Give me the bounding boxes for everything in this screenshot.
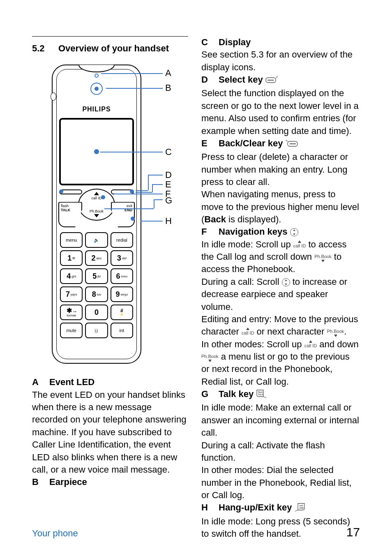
key-2: 2abc [85,250,108,266]
item-f-p2: During a call: Scroll to increase or dec… [201,276,360,313]
svg-text:TALK: TALK [258,393,263,396]
item-g-p1: In idle mode: Make an external call or a… [201,402,360,439]
key-7: 7pqrs [60,286,83,302]
item-f-p4: In other modes: Scroll up call ID and do… [201,338,360,388]
item-g-p2: During a call: Activate the flash functi… [201,439,360,464]
handset-outline: PHILIPS call ID Ph.Book flash T [52,65,141,364]
callout-h: H [165,216,172,226]
tape-key: ⌼ [85,323,108,338]
section-title: Overview of your handset [58,43,169,54]
right-column: CDisplay See section 5.3 for an overview… [201,36,360,540]
key-8: 8tuv [85,286,108,302]
back-clear-key-icon [286,138,298,151]
key-9: 9wxyz [111,286,133,302]
talk-key-icon: flashTALK [256,389,267,402]
item-c-body: See section 5.3 for an overview of the d… [201,48,360,74]
key-hash: #⚡ [111,305,133,320]
earpiece-icon [90,83,103,95]
item-f-p3: Editing and entry: Move to the previous … [201,313,360,338]
key-4: 4ghi [60,268,83,284]
int-key: int [111,323,133,338]
item-h-heading: HHang-up/Exit key exitEND [201,501,360,515]
callout-a: A [165,68,171,78]
item-e-body1: Press to clear (delete) a character or n… [201,151,360,188]
scroll-down-icon: Ph.Book [327,329,344,337]
page-footer: Your phone 17 [32,525,360,539]
item-d-heading: DSelect key [201,74,360,87]
item-g-p3: In other modes: Dial the selected number… [201,464,360,501]
callout-g: G [165,195,172,206]
svg-line-3 [286,140,288,141]
key-1: 1✉ [60,250,83,266]
event-led-icon [95,74,99,78]
menu-key: menu [60,232,83,248]
speaker-key: 🔈 [85,232,108,248]
item-e-body2: When navigating menus, press to move to … [201,188,360,226]
item-a-heading: AEvent LED [32,376,188,388]
scroll-up-icon: call ID [304,340,317,348]
callout-c: C [165,147,172,157]
key-0: 0 [85,305,108,320]
item-a-body: The event LED on your handset blinks whe… [32,389,188,476]
svg-line-9 [295,510,298,511]
select-key-icon [265,75,278,87]
key-3: 3def [111,250,133,266]
footer-label: Your phone [32,528,78,539]
item-g-heading: GTalk key flashTALK [201,388,360,402]
brand-label: PHILIPS [53,106,141,113]
item-f-heading: FNavigation keys [201,226,360,238]
svg-line-2 [276,76,278,78]
scroll-up-icon: call ID [242,328,254,335]
softkey-left-icon [59,189,82,194]
callout-b: B [165,83,171,93]
keypad: menu 🔈 redial 1✉ 2abc 3def 4ghi 5jkl 6mn… [60,232,133,338]
svg-text:END: END [300,507,304,509]
handset-diagram: PHILIPS call ID Ph.Book flash T [40,60,180,368]
item-f-p1: In idle mode: Scroll up call ID to acces… [201,238,360,276]
nav-keys-icon [282,278,290,286]
section-heading: 5.2 Overview of your handset [32,43,188,54]
redial-key: redial [111,232,133,248]
section-rule [32,36,188,37]
scroll-up-icon: call ID [293,240,306,248]
item-e-heading: EBack/Clear key [201,137,360,151]
item-d-body: Select the function displayed on the scr… [201,87,360,137]
scroll-down-icon: Ph.Book [201,354,219,362]
navpad-icon: call ID Ph.Book [78,189,115,221]
nav-keys-icon [290,228,298,236]
scroll-down-icon: Ph.Book [314,254,332,262]
section-number: 5.2 [32,43,49,54]
key-6: 6mno [111,268,133,284]
mute-key: mute [60,323,83,338]
key-star: ✱ ⊶format [60,305,83,320]
left-column: 5.2 Overview of your handset PHILIPS [32,36,188,540]
hangup-exit-key-icon: exitEND [295,503,305,515]
svg-line-8 [263,397,266,398]
item-c-heading: CDisplay [201,36,360,48]
page-number: 17 [346,525,360,539]
key-5: 5jkl [85,268,108,284]
item-b-heading: BEarpiece [32,476,188,488]
